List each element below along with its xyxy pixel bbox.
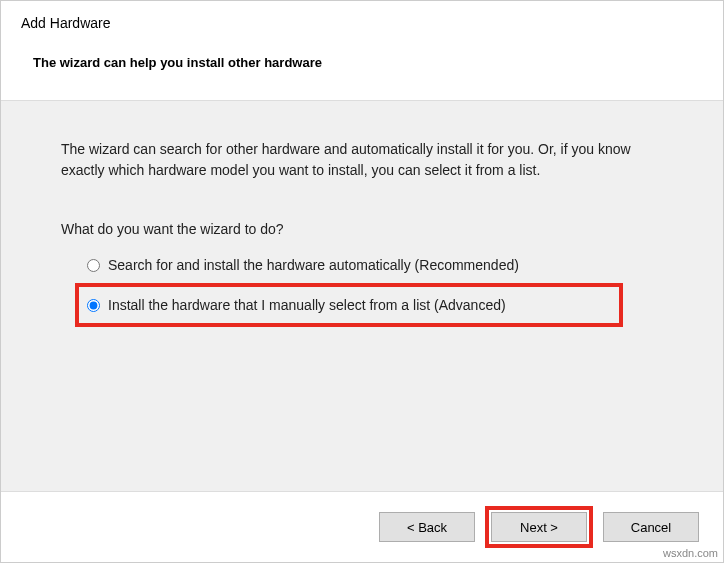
wizard-description: The wizard can search for other hardware… — [61, 139, 663, 181]
option-auto-radio[interactable] — [87, 259, 100, 272]
watermark: wsxdn.com — [663, 547, 718, 559]
next-button[interactable]: Next > — [491, 512, 587, 542]
option-manual-label[interactable]: Install the hardware that I manually sel… — [108, 297, 506, 313]
dialog-content: The wizard can search for other hardware… — [1, 100, 723, 492]
cancel-button[interactable]: Cancel — [603, 512, 699, 542]
back-button[interactable]: < Back — [379, 512, 475, 542]
button-bar: < Back Next > Cancel — [1, 492, 723, 562]
dialog-title: Add Hardware — [21, 15, 703, 31]
option-manual-radio[interactable] — [87, 299, 100, 312]
dialog-header: Add Hardware The wizard can help you ins… — [1, 1, 723, 100]
wizard-question: What do you want the wizard to do? — [61, 221, 663, 237]
option-manual-row[interactable]: Install the hardware that I manually sel… — [75, 283, 623, 327]
option-auto-row[interactable]: Search for and install the hardware auto… — [79, 253, 663, 277]
add-hardware-dialog: Add Hardware The wizard can help you ins… — [0, 0, 724, 563]
option-auto-label[interactable]: Search for and install the hardware auto… — [108, 257, 519, 273]
next-button-highlight: Next > — [485, 506, 593, 548]
dialog-subtitle: The wizard can help you install other ha… — [21, 55, 703, 70]
wizard-options: Search for and install the hardware auto… — [61, 253, 663, 327]
